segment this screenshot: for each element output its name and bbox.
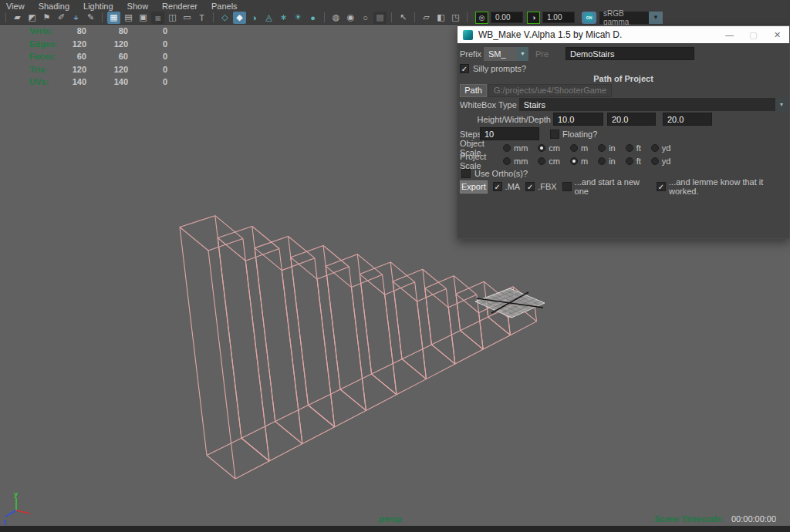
contrast-bracket-icon[interactable]: ◑ [527,12,540,24]
pane-duplicate-icon[interactable]: ▱ [420,12,433,24]
menu-shading[interactable]: Shading [39,2,69,11]
camera-attributes-icon[interactable]: ◩ [25,12,39,24]
textured-icon[interactable]: ◑ [248,12,261,24]
hud-value: 80 [89,26,128,35]
project-scale-radio-group: mmcmminftyd [503,157,680,166]
export-option-checkbox[interactable]: ✓ [657,182,666,191]
pane-tearoff-icon[interactable]: ◳ [449,12,462,24]
camcorder-icon[interactable]: ▰ [11,12,24,24]
asset-name-field[interactable] [565,47,694,60]
film-gate-icon[interactable]: ▤ [122,12,135,24]
radio-yd[interactable] [651,157,659,165]
exposure-bracket-icon[interactable]: ◎ [475,12,488,24]
anti-aliasing-icon[interactable]: ○ [359,12,372,24]
resolution-gate-icon[interactable]: ▣ [137,12,150,24]
radio-label-m: m [581,143,588,153]
whitebox-type-dropdown[interactable]: Stairs ▼ [519,98,788,111]
object-scale-row: Object Scale mmcmminftyd [460,143,788,153]
hud-value: 0 [129,77,167,86]
menu-panels[interactable]: Panels [211,2,238,11]
pencil-tool-icon[interactable]: ✎ [84,12,97,24]
color-management-toggle[interactable]: ON [582,12,596,24]
width-field[interactable] [607,113,656,126]
project-scale-label: Project Scale [460,152,503,170]
gamma-dropdown[interactable]: sRGB gamma ▼ [599,12,663,24]
toolbar-separator [324,12,325,22]
depth-field[interactable] [663,113,712,126]
contrast-value-field[interactable]: 1.00 [542,12,575,23]
toolbar-icons: ▰◩⚑✐+✎▦▤▣◙◫▭T◇◆◑◬∗☀●◍◉○▩↖▱◧◳ [2,12,471,24]
select-cursor-icon[interactable]: ↖ [397,12,410,24]
use-all-lights-icon[interactable]: ◬ [262,12,275,24]
chevron-down-icon[interactable]: ▼ [649,12,663,24]
menu-view[interactable]: View [6,2,25,11]
on-toggle-icon: ON [584,12,594,22]
chevron-down-icon[interactable]: ▼ [775,98,788,111]
radio-m[interactable] [570,144,578,152]
safe-title-icon[interactable]: T [195,12,208,24]
menu-show[interactable]: Show [127,2,149,11]
screen-space-ao-icon[interactable]: ☀ [292,12,305,24]
radio-ft[interactable] [626,144,633,152]
hud-value: 120 [89,65,128,74]
export-option-checkbox[interactable] [562,182,572,191]
use-ortho-checkbox[interactable] [461,169,471,178]
motion-blur-icon[interactable]: ● [306,12,319,24]
axis-x-line [16,510,30,513]
silly-prompts-checkbox[interactable]: ✓ [460,64,469,73]
export-option-checkbox[interactable]: ✓ [525,182,535,191]
exposure-value-field[interactable]: 0.00 [491,12,523,23]
prefix-dropdown[interactable]: SM_ ▼ [484,47,528,61]
height-field[interactable] [553,113,603,126]
radio-m[interactable] [570,157,578,165]
hud-value: 80 [48,26,86,35]
smooth-shade-icon[interactable]: ◆ [233,12,246,24]
move-tool-icon[interactable]: + [69,12,83,24]
radio-label-in: in [609,157,616,166]
radio-cm[interactable] [538,157,545,165]
contrast-widget[interactable]: ◑ 1.00 [527,12,575,24]
hud-value: 0 [129,26,167,35]
floating-checkbox[interactable] [550,130,559,139]
xray-icon[interactable]: ◍ [329,12,343,24]
radio-yd[interactable] [651,144,659,152]
pane-layout-icon[interactable]: ◧ [434,12,447,24]
menu-lighting[interactable]: Lighting [83,2,113,11]
floating-label: Floating? [562,130,597,139]
wb-make-dialog: WB_Make V.Alpha 1.5 by Micah D. — ▢ ✕ Pr… [457,25,790,239]
radio-mm[interactable] [503,144,511,152]
close-icon[interactable]: ✕ [765,26,789,43]
minimize-icon[interactable]: — [717,26,741,43]
radio-in[interactable] [598,157,606,165]
maximize-icon[interactable]: ▢ [741,26,765,43]
export-options: ✓.MA✓.FBX...and start a new one✓...and l… [488,177,788,196]
radio-ft[interactable] [626,157,633,165]
axis-z-label: z [3,518,7,526]
dialog-title-bar[interactable]: WB_Make V.Alpha 1.5 by Micah D. — ▢ ✕ [457,26,789,43]
gate-mask-icon[interactable]: ◙ [151,12,164,24]
grid-icon[interactable]: ▦ [107,12,120,24]
application-window: Verts:80800Edges:1201200Faces:60600Tris:… [0,0,790,532]
hud-value: 140 [89,77,128,86]
safe-action-icon[interactable]: ▭ [181,12,194,24]
hud-value: 60 [89,52,128,61]
shadows-icon[interactable]: ∗ [277,12,290,24]
export-option-checkbox[interactable]: ✓ [493,182,502,191]
menu-renderer[interactable]: Renderer [162,2,198,11]
radio-mm[interactable] [503,157,511,165]
chevron-down-icon[interactable]: ▼ [517,47,528,61]
viewport-mask-icon[interactable]: ▩ [373,12,387,24]
radio-label-cm: cm [549,157,560,166]
path-button[interactable]: Path [460,84,487,97]
exposure-widget[interactable]: ◎ 0.00 [475,12,523,24]
export-button[interactable]: Export [460,180,488,194]
bookmark-icon[interactable]: ⚑ [40,12,53,24]
image-plane-icon[interactable]: ✐ [55,12,68,24]
radio-cm[interactable] [538,144,545,152]
field-chart-icon[interactable]: ◫ [166,12,179,24]
project-path-field[interactable] [488,84,612,97]
radio-in[interactable] [598,144,606,152]
depth-of-field-icon[interactable]: ◉ [344,12,357,24]
wireframe-icon[interactable]: ◇ [218,12,231,24]
radio-label-ft: ft [636,157,641,166]
